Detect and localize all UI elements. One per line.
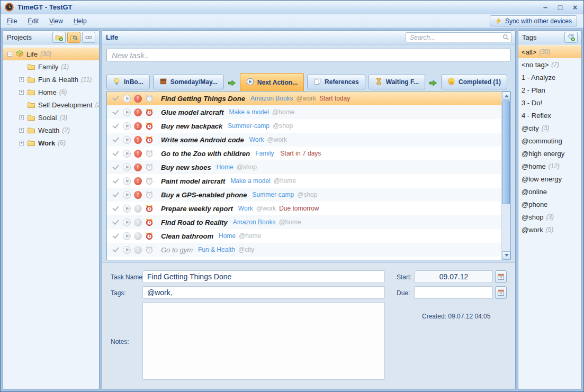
task-row[interactable]: ! Find Getting Things Done Amazon Books …: [107, 92, 501, 105]
task-row[interactable]: ! Clean bathroom Home @home: [107, 229, 501, 243]
task-project-link[interactable]: Home: [217, 163, 233, 171]
tree-expander-icon[interactable]: +: [19, 141, 24, 145]
priority-icon[interactable]: !: [134, 136, 142, 144]
due-calendar-button[interactable]: [495, 286, 507, 299]
start-task-icon[interactable]: [123, 108, 131, 116]
complete-check-icon[interactable]: [111, 204, 120, 213]
add-tag-button[interactable]: [564, 32, 578, 43]
task-row[interactable]: ! Glue model aircraft Make a model @home: [107, 105, 501, 119]
task-row[interactable]: ! Paint model aircraft Make a model @hom…: [107, 174, 501, 188]
tab-next-action[interactable]: Next Action...: [240, 73, 304, 91]
tag-item-1-analyze[interactable]: 1 - Analyze: [518, 71, 581, 84]
start-task-icon[interactable]: [123, 246, 131, 254]
link-projects-button[interactable]: [82, 32, 95, 43]
start-task-icon[interactable]: [123, 95, 131, 103]
priority-icon[interactable]: !: [134, 95, 142, 103]
new-task-input[interactable]: [106, 49, 511, 61]
minimize-button[interactable]: –: [541, 3, 550, 12]
tab-waiting-f[interactable]: Waiting F...: [369, 75, 425, 89]
tab-references[interactable]: References: [307, 75, 365, 89]
project-item-family[interactable]: Family (1): [3, 60, 99, 73]
task-project-link[interactable]: Make a model: [229, 108, 268, 116]
menu-view[interactable]: View: [49, 17, 63, 25]
complete-check-icon[interactable]: [111, 232, 120, 240]
scrollbar-thumb[interactable]: [502, 101, 510, 204]
complete-check-icon[interactable]: [111, 108, 120, 116]
task-row[interactable]: ! Buy new backpack Summer-camp @shop: [107, 119, 501, 133]
start-task-icon[interactable]: [123, 232, 131, 240]
tag-item-shop[interactable]: @shop (3): [518, 211, 581, 223]
tag-item-no-tag[interactable]: <no tag> (7): [518, 58, 581, 71]
start-task-icon[interactable]: [123, 136, 131, 144]
close-button[interactable]: ×: [571, 3, 579, 12]
task-project-link[interactable]: Home: [219, 232, 236, 240]
task-list-scrollbar[interactable]: [501, 92, 510, 260]
task-project-link[interactable]: Summer-camp: [253, 191, 294, 198]
tree-expander-icon[interactable]: −: [7, 52, 12, 57]
task-project-link[interactable]: Work: [249, 136, 264, 143]
search-icon[interactable]: [502, 34, 509, 41]
tree-expander-icon[interactable]: +: [19, 77, 24, 82]
tab-someday-may[interactable]: Someday/May...: [153, 75, 224, 89]
project-item-fun-health[interactable]: + Fun & Health (11): [3, 73, 99, 86]
complete-check-icon[interactable]: [111, 245, 120, 254]
start-task-icon[interactable]: [123, 150, 131, 158]
project-item-home[interactable]: + Home (6): [3, 86, 99, 98]
start-task-icon[interactable]: [123, 177, 131, 185]
maximize-button[interactable]: □: [556, 3, 564, 12]
tag-item-city[interactable]: @city (3): [518, 122, 581, 134]
alarm-clock-icon[interactable]: [145, 149, 154, 158]
start-task-icon[interactable]: [123, 191, 131, 199]
alarm-clock-icon[interactable]: [145, 204, 154, 213]
tag-item-4-reflex[interactable]: 4 - Reflex: [518, 109, 581, 122]
tags-field[interactable]: [142, 286, 385, 299]
start-task-icon[interactable]: [123, 218, 131, 226]
menu-file[interactable]: File: [7, 17, 17, 25]
tab-inbo[interactable]: InBo...: [106, 75, 150, 89]
task-row[interactable]: ! Buy new shoes Home @shop: [107, 160, 501, 174]
start-date-field[interactable]: [415, 270, 493, 283]
complete-check-icon[interactable]: [111, 177, 120, 185]
priority-icon[interactable]: !: [134, 108, 142, 116]
tree-expander-icon[interactable]: +: [19, 115, 24, 120]
notes-field[interactable]: [142, 302, 385, 380]
priority-icon[interactable]: !: [134, 191, 142, 199]
alarm-clock-icon[interactable]: [145, 108, 154, 116]
start-calendar-button[interactable]: [495, 270, 507, 283]
alarm-clock-icon[interactable]: [145, 190, 154, 199]
priority-icon[interactable]: !: [134, 232, 142, 240]
task-row[interactable]: ! Find Road to Reality Amazon Books @hom…: [107, 215, 501, 229]
alarm-clock-icon[interactable]: [145, 135, 154, 144]
complete-check-icon[interactable]: [111, 94, 120, 103]
task-project-link[interactable]: Amazon Books: [233, 218, 276, 226]
menu-edit[interactable]: Edit: [28, 17, 39, 25]
complete-check-icon[interactable]: [111, 218, 120, 226]
tag-item-work[interactable]: @work (5): [518, 223, 581, 236]
alarm-clock-icon[interactable]: [145, 232, 154, 240]
tag-item-all[interactable]: <all> (30): [518, 45, 581, 58]
start-task-icon[interactable]: [123, 163, 131, 171]
task-project-link[interactable]: Fun & Health: [198, 246, 235, 253]
priority-icon[interactable]: !: [134, 177, 142, 185]
start-task-icon[interactable]: [123, 205, 131, 213]
project-item-social[interactable]: + Social (3): [3, 111, 99, 124]
scroll-down-button[interactable]: [502, 251, 510, 260]
tag-item-online[interactable]: @online: [518, 185, 581, 198]
priority-icon[interactable]: !: [134, 246, 142, 254]
task-project-link[interactable]: Summer-camp: [228, 122, 269, 130]
task-project-link[interactable]: Make a model: [230, 177, 270, 185]
due-date-field[interactable]: [415, 286, 493, 299]
add-project-button[interactable]: [52, 32, 66, 43]
alarm-clock-icon[interactable]: [145, 94, 154, 103]
task-row[interactable]: ! Go to the Zoo with children Family Sta…: [107, 147, 501, 160]
find-project-button[interactable]: [67, 32, 80, 43]
tag-item-3-do[interactable]: 3 - Do!: [518, 96, 581, 109]
complete-check-icon[interactable]: [111, 190, 120, 199]
task-project-link[interactable]: Family: [255, 150, 274, 157]
task-row[interactable]: ! Prepare weekly report Work @work Due t…: [107, 202, 501, 215]
menu-help[interactable]: Help: [74, 17, 87, 25]
task-row[interactable]: ! Buy a GPS-enabled phone Summer-camp @s…: [107, 188, 501, 202]
priority-icon[interactable]: !: [134, 150, 142, 158]
complete-check-icon[interactable]: [111, 122, 120, 130]
tree-expander-icon[interactable]: +: [19, 90, 24, 95]
